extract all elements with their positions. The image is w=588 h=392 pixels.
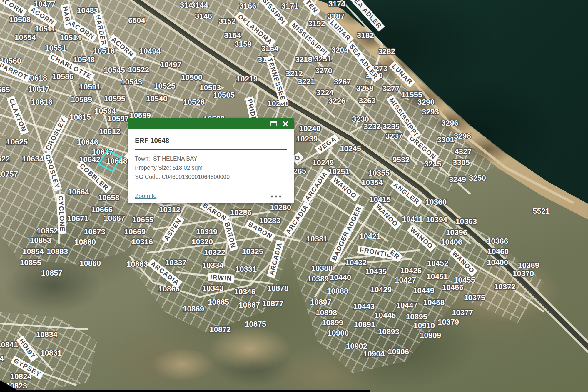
property-size-row: Property Size: 518.02 sqm: [135, 163, 287, 172]
imagery-edge-strip: [0, 390, 370, 392]
zoom-to-link[interactable]: Zoom to: [135, 193, 156, 199]
popup-tail: [124, 153, 128, 159]
popup-title: ERF 10648: [135, 137, 287, 145]
popup-body: ERF 10648 Town: ST HELENA BAY Property S…: [135, 129, 287, 203]
sg-code-label: SG Code:: [135, 174, 162, 180]
popup: ERF 10648 Town: ST HELENA BAY Property S…: [128, 118, 294, 203]
popup-header: [128, 118, 294, 129]
more-options-button[interactable]: [270, 194, 287, 199]
popup-separator: [135, 149, 287, 150]
town-row: Town: ST HELENA BAY: [135, 154, 287, 163]
map-canvas[interactable]: 1047731413144316631713174104833146318710…: [0, 0, 588, 392]
popup-footer: Zoom to: [135, 193, 287, 199]
town-value: ST HELENA BAY: [151, 155, 197, 162]
maximize-icon[interactable]: [270, 120, 278, 128]
town-label: Town:: [135, 155, 151, 162]
property-size-value: 518.02 sqm: [173, 164, 203, 171]
sg-code-value: C04600130001064800000: [162, 174, 230, 180]
property-size-label: Property Size:: [135, 164, 173, 171]
sg-code-row: SG Code: C04600130001064800000: [135, 172, 287, 181]
selected-parcel-outline: [0, 0, 588, 392]
imagery-edge-corner: [0, 380, 21, 392]
close-icon[interactable]: [282, 120, 289, 128]
